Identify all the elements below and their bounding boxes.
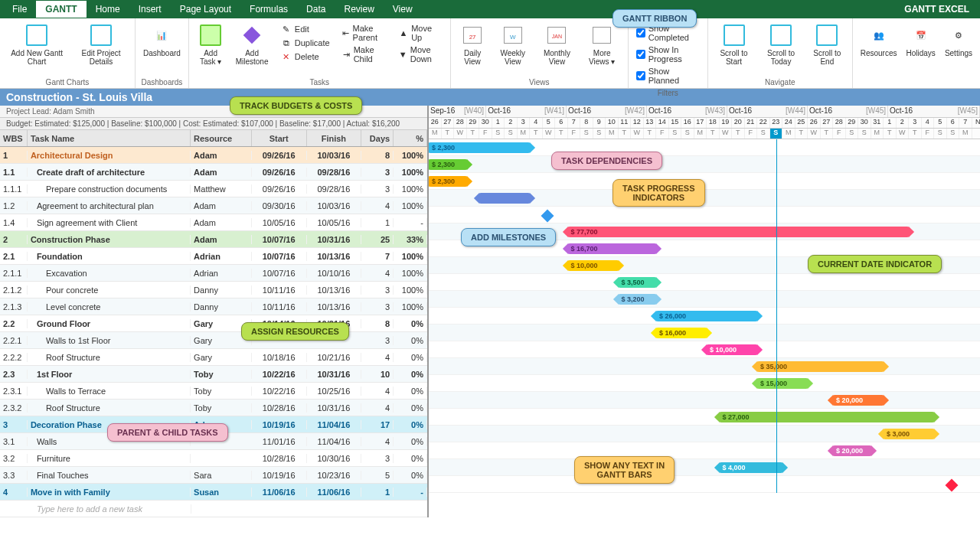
table-row[interactable]: 2.2.2Roof StructureGary10/18/1610/21/164… <box>0 349 427 366</box>
gantt-bar[interactable]: $ 3,500 <box>619 277 657 288</box>
scroll-today-button[interactable]: Scroll to Today <box>758 21 804 77</box>
table-row[interactable]: 1.1Create draft of architectureAdam09/26… <box>0 164 427 181</box>
add-milestone-button[interactable]: Add Milestone <box>230 21 273 77</box>
edit-project-button[interactable]: Edit Project Details <box>72 21 130 77</box>
edit-task-button[interactable]: ✎Edit <box>278 23 333 35</box>
gantt-row[interactable]: $ 26,000 <box>429 308 980 325</box>
gantt-row[interactable]: $ 15,000 <box>429 375 980 392</box>
table-row[interactable]: 2.31st FloorToby10/22/1610/31/16100% <box>0 366 427 383</box>
gantt-bar[interactable]: $ 20,000 <box>833 445 871 456</box>
project-title: Construction - St. Louis Villa <box>0 89 980 106</box>
resources-button[interactable]: 👥Resources <box>858 21 900 77</box>
holidays-button[interactable]: 📅Holidays <box>903 21 939 77</box>
scroll-end-button[interactable]: Scroll to End <box>807 21 848 77</box>
show-planned-check[interactable]: Show Planned <box>635 66 701 86</box>
move-down-button[interactable]: ▼Move Down <box>396 44 444 64</box>
col-task[interactable]: Task Name <box>28 130 191 146</box>
table-row[interactable]: 3.3Final TouchesSara10/19/1610/23/1650% <box>0 467 427 484</box>
table-row[interactable]: 2.1.3Level concreteDanny10/11/1610/13/16… <box>0 298 427 315</box>
menu-gantt[interactable]: GANTT <box>36 1 86 18</box>
menu-review[interactable]: Review <box>335 1 383 18</box>
weekly-view-button[interactable]: WWeekly View <box>492 21 533 77</box>
gantt-row[interactable] <box>429 207 980 223</box>
settings-button[interactable]: ⚙Settings <box>942 21 975 77</box>
add-task-button[interactable]: Add Task ▾ <box>194 21 228 77</box>
menu-formulas[interactable]: Formulas <box>240 1 297 18</box>
table-row[interactable]: 2.3.1Walls to TerraceToby10/22/1610/25/1… <box>0 383 427 400</box>
gantt-row[interactable] <box>429 476 980 493</box>
more-views-button[interactable]: More Views ▾ <box>581 21 623 77</box>
delete-button[interactable]: ✕Delete <box>278 51 333 63</box>
gantt-row[interactable]: $ 4,000 <box>429 459 980 476</box>
col-days[interactable]: Days <box>361 130 394 146</box>
col-pct[interactable]: % <box>394 130 427 146</box>
menu-insert[interactable]: Insert <box>129 1 171 18</box>
show-inprogress-check[interactable]: Show In Progress <box>635 44 701 64</box>
table-row[interactable]: 1.4Sign agreement with ClientAdam10/05/1… <box>0 214 427 231</box>
gantt-bar[interactable]: $ 26,000 <box>656 311 757 321</box>
calendar-icon: W <box>501 23 525 47</box>
col-res[interactable]: Resource <box>191 130 252 146</box>
gantt-row[interactable]: $ 20,000 <box>429 442 980 459</box>
gantt-bar[interactable]: $ 27,000 <box>720 412 935 422</box>
gantt-bar[interactable]: $ 3,000 <box>884 429 934 439</box>
table-row[interactable]: 2.1.2Pour concreteDanny10/11/1610/13/163… <box>0 282 427 298</box>
gantt-row[interactable]: $ 27,000 <box>429 409 980 426</box>
menu-home[interactable]: Home <box>87 1 129 18</box>
menu-data[interactable]: Data <box>297 1 335 18</box>
people-icon: 👥 <box>867 23 891 47</box>
duplicate-button[interactable]: ⧉Duplicate <box>278 37 333 49</box>
gantt-bar[interactable]: $ 3,200 <box>619 294 657 305</box>
scroll-start-button[interactable]: Scroll to Start <box>713 21 755 77</box>
move-up-button[interactable]: ▲Move Up <box>396 23 444 43</box>
gantt-row[interactable]: $ 2,300 <box>429 156 980 173</box>
table-row[interactable]: 1.1.1Prepare construction documentsMatth… <box>0 181 427 197</box>
menu-file[interactable]: File <box>3 1 36 18</box>
milestone-icon[interactable] <box>541 210 554 223</box>
gantt-bar[interactable]: $ 16,700 <box>568 243 657 254</box>
gantt-row[interactable]: $ 20,000 <box>429 392 980 409</box>
gantt-bar[interactable] <box>479 193 530 204</box>
make-parent-button[interactable]: ⇤Make Parent <box>339 23 390 43</box>
add-gantt-button[interactable]: Add New Gantt Chart <box>5 21 69 77</box>
gantt-bar[interactable]: $ 2,300 <box>429 142 530 153</box>
monthly-view-button[interactable]: JANMonthly View <box>536 21 578 77</box>
table-row[interactable]: 2.1FoundationAdrian10/07/1610/13/167100% <box>0 248 427 265</box>
gantt-bar[interactable]: $ 15,000 <box>757 378 808 389</box>
table-row[interactable]: 2.1.1ExcavationAdrian10/07/1610/10/16410… <box>0 265 427 282</box>
new-task-row[interactable]: Type here to add a new task <box>0 501 427 517</box>
gantt-row[interactable]: $ 10,000 <box>429 341 980 358</box>
gantt-bar[interactable]: $ 77,700 <box>568 227 910 237</box>
col-start[interactable]: Start <box>252 130 307 146</box>
table-row[interactable]: 2.2Ground FloorGary10/14/1610/21/1680% <box>0 315 427 332</box>
table-row[interactable]: 4Move in with FamilySusan11/06/1611/06/1… <box>0 484 427 501</box>
dashboard-button[interactable]: 📊Dashboard <box>140 21 184 77</box>
col-finish[interactable]: Finish <box>307 130 362 146</box>
make-child-button[interactable]: ⇥Make Child <box>339 44 390 64</box>
gantt-row[interactable]: $ 35,000 <box>429 358 980 375</box>
table-row[interactable]: 1Architectural DesignAdam09/26/1610/03/1… <box>0 147 427 164</box>
gantt-bar[interactable]: $ 10,000 <box>568 260 619 271</box>
gantt-row[interactable]: $ 3,000 <box>429 426 980 442</box>
table-row[interactable]: 2.3.2Roof StructureToby10/28/1610/31/164… <box>0 400 427 416</box>
daily-view-button[interactable]: 27Daily View <box>456 21 490 77</box>
gantt-bar[interactable]: $ 4,000 <box>720 462 783 473</box>
gantt-bar[interactable]: $ 2,300 <box>429 159 467 170</box>
table-row[interactable]: 1.2Agreement to architectural planAdam09… <box>0 197 427 214</box>
gantt-chart[interactable]: Sep-16[W40]Oct-16[W41]Oct-16[W42]Oct-16[… <box>429 106 980 517</box>
menu-view[interactable]: View <box>384 1 422 18</box>
table-row[interactable]: 2Construction PhaseAdam10/07/1610/31/162… <box>0 231 427 248</box>
milestone-icon[interactable] <box>945 479 958 492</box>
gantt-bar[interactable]: $ 2,300 <box>429 176 467 187</box>
gantt-bar[interactable]: $ 16,000 <box>656 328 707 338</box>
gantt-row[interactable]: $ 3,200 <box>429 291 980 308</box>
gantt-row[interactable]: $ 2,300 <box>429 139 980 156</box>
gantt-bar[interactable]: $ 10,000 <box>707 344 757 355</box>
table-row[interactable]: 3.2Furniture10/28/1610/30/1630% <box>0 450 427 467</box>
col-wbs[interactable]: WBS <box>0 130 28 146</box>
gantt-row[interactable]: $ 3,500 <box>429 274 980 291</box>
table-row[interactable]: 2.2.1Walls to 1st FloorGary30% <box>0 332 427 349</box>
menu-pagelayout[interactable]: Page Layout <box>171 1 240 18</box>
gantt-bar[interactable]: $ 20,000 <box>833 395 884 406</box>
gantt-row[interactable]: $ 16,000 <box>429 325 980 341</box>
